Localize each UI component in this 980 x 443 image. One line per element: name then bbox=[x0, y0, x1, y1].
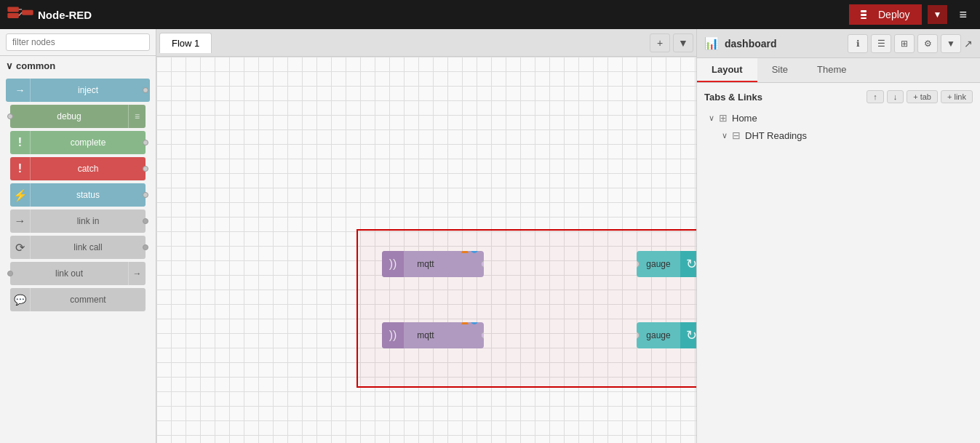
catch-label: catch bbox=[31, 164, 146, 174]
mqtt1-indicators bbox=[461, 251, 478, 253]
flow-canvas[interactable]: )) mqtt gauge ↻ bbox=[156, 57, 696, 443]
flow-dropdown-button[interactable]: ▼ bbox=[673, 33, 693, 52]
deploy-dropdown-button[interactable]: ▼ bbox=[928, 5, 948, 24]
category-chevron: ∨ bbox=[6, 60, 13, 71]
header-right: Deploy ▼ ≡ bbox=[849, 4, 973, 25]
mqtt2-blue-dot bbox=[471, 322, 478, 324]
node-linkout[interactable]: link out → bbox=[6, 262, 150, 285]
home-label: Home bbox=[732, 113, 757, 124]
flow-node-mqtt1[interactable]: )) mqtt bbox=[382, 251, 484, 277]
flow-tab-1[interactable]: Flow 1 bbox=[159, 33, 212, 53]
debug-label: debug bbox=[10, 111, 128, 121]
tree-item-home[interactable]: ∨ ⊞ Home bbox=[704, 109, 973, 127]
flow-node-gauge1[interactable]: gauge ↻ bbox=[637, 251, 696, 277]
tab-site[interactable]: Site bbox=[757, 58, 802, 82]
linkin-port-right bbox=[143, 218, 148, 224]
panel-header-actions: ℹ ☰ ⊞ ⚙ ▼ ↗ bbox=[848, 34, 973, 53]
mqtt1-blue-dot bbox=[471, 251, 478, 253]
nodes-list: → inject debug ≡ ! bbox=[0, 76, 156, 314]
svg-rect-5 bbox=[861, 10, 867, 12]
right-panel: 📊 dashboard ℹ ☰ ⊞ ⚙ ▼ ↗ Layout Site Them… bbox=[696, 29, 980, 443]
tab-layout[interactable]: Layout bbox=[697, 58, 757, 82]
node-status[interactable]: ⚡ status bbox=[6, 183, 150, 207]
linkout-label: link out bbox=[10, 268, 128, 279]
tab-bar: Flow 1 + ▼ bbox=[156, 29, 696, 57]
node-palette: ∨ common → inject debug bbox=[0, 29, 156, 443]
panel-tabs: Layout Site Theme bbox=[697, 58, 980, 83]
panel-list-button[interactable]: ☰ bbox=[871, 34, 891, 53]
panel-expand-button[interactable]: ↗ bbox=[964, 34, 973, 53]
complete-icon: ! bbox=[10, 131, 31, 154]
comment-label: comment bbox=[31, 295, 146, 305]
panel-settings-button[interactable]: ⚙ bbox=[917, 34, 938, 53]
svg-rect-0 bbox=[7, 7, 19, 12]
main-layout: ∨ common → inject debug bbox=[0, 29, 980, 443]
status-port-right bbox=[143, 192, 148, 198]
tab-actions: + ▼ bbox=[650, 33, 693, 52]
linkout-icon: → bbox=[128, 262, 146, 285]
scroll-down-button[interactable]: ↓ bbox=[887, 90, 904, 103]
add-tab-button[interactable]: + tab bbox=[907, 90, 938, 103]
add-link-button[interactable]: + link bbox=[941, 90, 973, 103]
node-catch[interactable]: ! catch bbox=[6, 157, 150, 180]
node-linkin[interactable]: → link in bbox=[6, 209, 150, 233]
node-comment[interactable]: 💬 comment bbox=[6, 288, 150, 311]
comment-icon: 💬 bbox=[10, 288, 31, 311]
tree-item-dht[interactable]: ∨ ⊟ DHT Readings bbox=[704, 127, 973, 144]
linkcall-label: link call bbox=[31, 242, 146, 252]
canvas-area: Flow 1 + ▼ )) mqtt bbox=[156, 29, 696, 443]
dht-icon: ⊟ bbox=[732, 129, 741, 141]
deploy-icon bbox=[861, 10, 874, 19]
tab-theme[interactable]: Theme bbox=[802, 58, 861, 82]
gauge1-icon: ↻ bbox=[680, 251, 696, 277]
panel-chart-icon: 📊 bbox=[704, 36, 719, 50]
add-flow-button[interactable]: + bbox=[650, 33, 670, 52]
header-left: Node-RED bbox=[7, 6, 92, 23]
svg-rect-6 bbox=[861, 14, 867, 16]
home-icon: ⊞ bbox=[719, 112, 728, 124]
flow-node-mqtt2[interactable]: )) mqtt bbox=[382, 322, 484, 348]
dht-toggle: ∨ bbox=[722, 131, 728, 140]
gauge2-label: gauge bbox=[637, 322, 680, 348]
status-icon: ⚡ bbox=[10, 183, 31, 207]
sidebar-scroll: ∨ common → inject debug bbox=[0, 56, 156, 443]
dht-label: DHT Readings bbox=[745, 130, 807, 141]
catch-icon: ! bbox=[10, 157, 31, 180]
node-inject[interactable]: → inject bbox=[6, 79, 150, 102]
panel-dropdown-button[interactable]: ▼ bbox=[941, 34, 961, 53]
deploy-label: Deploy bbox=[878, 9, 910, 20]
scroll-up-button[interactable]: ↑ bbox=[867, 90, 884, 103]
svg-rect-1 bbox=[7, 13, 19, 18]
linkin-label: link in bbox=[31, 216, 146, 226]
node-debug[interactable]: debug ≡ bbox=[6, 105, 150, 128]
menu-button[interactable]: ≡ bbox=[953, 4, 973, 25]
debug-port-left bbox=[7, 113, 13, 119]
mqtt2-port-right bbox=[481, 332, 484, 339]
panel-content: Tabs & Links ↑ ↓ + tab + link ∨ ⊞ Home ∨… bbox=[697, 83, 980, 443]
panel-info-button[interactable]: ℹ bbox=[848, 34, 868, 53]
panel-layout-button[interactable]: ⊞ bbox=[894, 34, 915, 53]
header: Node-RED Deploy ▼ ≡ bbox=[0, 0, 980, 29]
logo: Node-RED bbox=[7, 6, 92, 23]
mqtt1-port-right bbox=[481, 260, 484, 268]
search-input[interactable] bbox=[6, 33, 150, 51]
deploy-button[interactable]: Deploy bbox=[849, 4, 922, 25]
flow-node-gauge2[interactable]: gauge ↻ bbox=[637, 322, 696, 348]
mqtt2-icon: )) bbox=[382, 322, 404, 348]
mqtt1-icon: )) bbox=[382, 251, 404, 277]
category-common: ∨ common bbox=[0, 56, 156, 76]
debug-icon: ≡ bbox=[128, 105, 146, 128]
svg-line-4 bbox=[19, 12, 22, 15]
category-label: common bbox=[16, 60, 55, 71]
complete-label: complete bbox=[31, 137, 146, 148]
panel-title: dashboard bbox=[725, 38, 842, 49]
tabs-links-title: Tabs & Links bbox=[704, 92, 762, 103]
inject-port-right bbox=[143, 87, 148, 93]
mqtt2-orange-dot bbox=[461, 322, 469, 324]
complete-port-right bbox=[143, 140, 148, 145]
node-linkcall[interactable]: ⟳ link call bbox=[6, 236, 150, 259]
node-red-logo-icon bbox=[7, 6, 33, 23]
mqtt1-orange-dot bbox=[461, 251, 469, 253]
node-complete[interactable]: ! complete bbox=[6, 131, 150, 154]
panel-header: 📊 dashboard ℹ ☰ ⊞ ⚙ ▼ ↗ bbox=[697, 29, 980, 58]
